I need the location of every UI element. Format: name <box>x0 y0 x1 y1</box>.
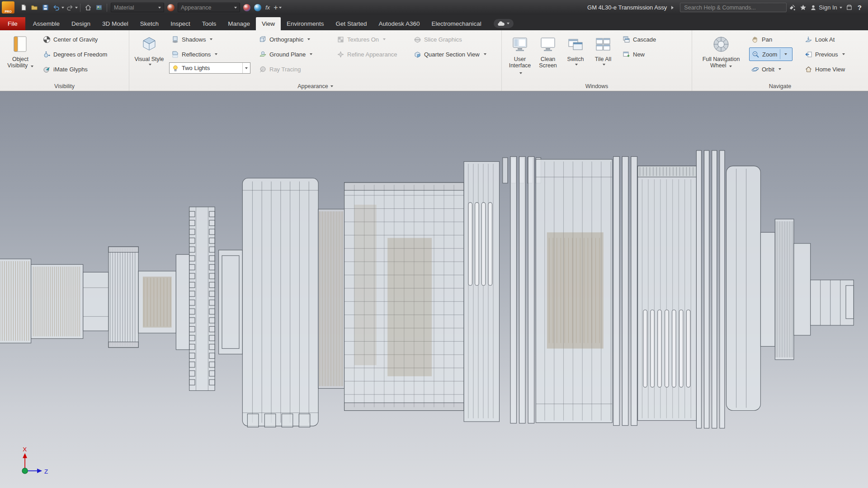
ground-plane-icon <box>259 51 267 58</box>
lighting-combo-caret[interactable] <box>242 63 250 73</box>
ribbon-tab-bar: File Assemble Design 3D Model Sketch Ins… <box>0 15 868 30</box>
imate-glyphs-button[interactable]: iMate Glyphs <box>41 62 109 76</box>
switch-window-button[interactable]: Switch <box>561 33 590 81</box>
quick-access-caret[interactable] <box>279 7 282 9</box>
appearance-combo-caret <box>234 7 237 9</box>
redo-button[interactable] <box>65 2 75 13</box>
cloud-icon <box>497 21 505 26</box>
add-command-button[interactable]: + <box>272 4 279 12</box>
switch-window-icon <box>567 33 584 55</box>
material-sphere-icon[interactable] <box>167 4 175 11</box>
orthographic-button[interactable]: Orthographic <box>257 33 332 46</box>
cascade-button[interactable]: Cascade <box>620 33 658 46</box>
search-input[interactable] <box>680 3 787 12</box>
tab-manage[interactable]: Manage <box>222 17 256 30</box>
pan-hand-icon <box>751 36 759 43</box>
full-navigation-wheel-button[interactable]: Full Navigation Wheel <box>696 33 746 81</box>
svg-text:Z: Z <box>44 468 48 475</box>
tab-sketch[interactable]: Sketch <box>134 17 165 30</box>
new-file-button[interactable] <box>19 2 28 13</box>
object-visibility-caret <box>31 66 33 67</box>
tab-get-started[interactable]: Get Started <box>330 17 373 30</box>
visual-style-icon <box>141 33 158 55</box>
textures-on-caret <box>383 38 386 40</box>
tab-view[interactable]: View <box>256 17 281 30</box>
visual-style-button[interactable]: Visual Style <box>133 33 165 81</box>
help-icon[interactable]: ? <box>855 4 864 11</box>
imate-glyphs-icon <box>43 66 51 73</box>
group-label-appearance[interactable]: Appearance <box>129 81 501 91</box>
ribbon-group-appearance: Visual Style Shadows Reflections Two Lig… <box>129 30 502 91</box>
tab-file[interactable]: File <box>0 17 25 30</box>
quarter-section-view-icon <box>414 51 421 58</box>
a360-cloud-button[interactable] <box>494 19 514 28</box>
title-bar: PRO Material Appearance fx + GM 4L30-e T… <box>0 0 868 15</box>
pan-button[interactable]: Pan <box>749 33 800 46</box>
zoom-caret[interactable] <box>784 53 787 55</box>
sign-in-button[interactable]: Sign In <box>810 4 842 11</box>
model-viewport[interactable]: XZ <box>0 91 868 488</box>
group-label-visibility[interactable]: Visibility <box>54 83 75 89</box>
reflections-caret <box>215 53 217 55</box>
previous-view-button[interactable]: Previous <box>802 47 859 61</box>
undo-button[interactable] <box>51 2 61 13</box>
reflections-button[interactable]: Reflections <box>169 47 254 61</box>
shadows-button[interactable]: Shadows <box>169 33 254 46</box>
adjust-appearance-icon[interactable] <box>243 4 250 11</box>
home-view-button[interactable]: Home View <box>802 62 859 76</box>
ribbon: Object Visibility Center of Gravity Degr… <box>0 30 868 91</box>
home-button[interactable] <box>83 2 93 13</box>
toolbar-separator <box>80 4 80 12</box>
cloud-caret <box>507 23 509 24</box>
ground-plane-button[interactable]: Ground Plane <box>257 47 332 61</box>
tile-all-icon <box>594 33 612 55</box>
tab-autodesk-a360[interactable]: Autodesk A360 <box>373 17 426 30</box>
tab-electromechanical[interactable]: Electromechanical <box>425 17 487 30</box>
group-label-navigate[interactable]: Navigate <box>769 83 791 89</box>
look-at-button[interactable]: Look At <box>802 33 859 46</box>
title-expand-arrow[interactable] <box>671 6 674 9</box>
color-override-icon[interactable] <box>254 4 261 11</box>
center-of-gravity-button[interactable]: Center of Gravity <box>41 33 109 46</box>
render-button[interactable] <box>94 2 104 13</box>
center-of-gravity-icon <box>43 36 51 43</box>
object-visibility-button[interactable]: Object Visibility <box>4 33 37 81</box>
degrees-of-freedom-button[interactable]: Degrees of Freedom <box>41 47 109 61</box>
new-window-button[interactable]: New <box>620 47 658 61</box>
parameters-fx-icon[interactable]: fx <box>263 4 272 11</box>
quarter-section-view-button[interactable]: Quarter Section View <box>411 47 497 61</box>
orthographic-caret <box>307 38 310 40</box>
clean-screen-button[interactable]: Clean Screen <box>534 33 561 81</box>
textures-on-button: Textures On <box>335 33 407 46</box>
save-button[interactable] <box>40 2 50 13</box>
document-title: GM 4L30-e Transmission Assy <box>587 4 667 11</box>
ray-tracing-button: Ray Tracing <box>257 62 332 76</box>
network-icon[interactable] <box>787 2 797 13</box>
refine-appearance-icon <box>337 51 344 58</box>
material-combo[interactable]: Material <box>111 3 164 12</box>
app-store-icon[interactable] <box>844 2 854 13</box>
cascade-icon <box>623 36 630 43</box>
reflections-icon <box>171 51 179 58</box>
tab-environments[interactable]: Environments <box>281 17 330 30</box>
previous-view-icon <box>805 51 812 58</box>
redo-dropdown-caret[interactable] <box>75 7 78 9</box>
open-file-button[interactable] <box>29 2 39 13</box>
viewport-canvas[interactable]: XZ <box>0 91 868 488</box>
undo-dropdown-caret[interactable] <box>61 7 64 9</box>
tab-design[interactable]: Design <box>66 17 96 30</box>
user-interface-button[interactable]: User Interface <box>505 33 534 81</box>
orbit-button[interactable]: Orbit <box>749 62 800 76</box>
two-lights-icon <box>172 65 179 72</box>
tab-3d-model[interactable]: 3D Model <box>96 17 134 30</box>
tab-inspect[interactable]: Inspect <box>165 17 196 30</box>
switch-window-caret <box>575 64 578 66</box>
zoom-button[interactable]: Zoom <box>749 47 793 61</box>
favorites-star-icon[interactable] <box>798 2 808 13</box>
tile-all-button[interactable]: Tile All <box>590 33 617 81</box>
lighting-style-combo[interactable]: Two Lights <box>169 62 250 74</box>
appearance-combo[interactable]: Appearance <box>178 3 240 12</box>
group-label-windows[interactable]: Windows <box>585 83 609 89</box>
tab-assemble[interactable]: Assemble <box>27 17 66 30</box>
tab-tools[interactable]: Tools <box>196 17 222 30</box>
